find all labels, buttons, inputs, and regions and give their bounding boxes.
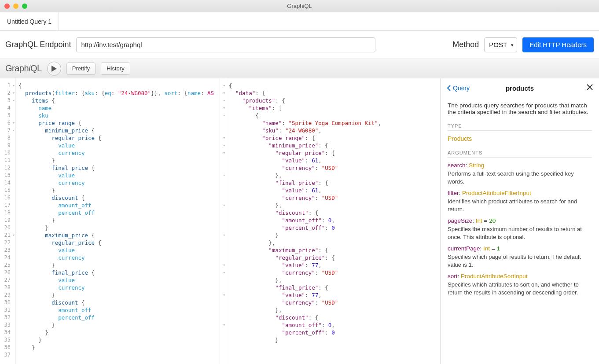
- argument-item: sort: ProductAttributeSortInputSpecifies…: [448, 273, 592, 296]
- window-controls: [4, 4, 27, 9]
- endpoint-input[interactable]: [76, 37, 375, 52]
- argument-default: 1: [496, 245, 500, 252]
- tabs-row: Untitled Query 1: [0, 12, 599, 31]
- argument-name[interactable]: sort: [448, 273, 458, 279]
- svg-marker-0: [51, 66, 57, 72]
- tab-label: Untitled Query 1: [7, 18, 51, 25]
- minimize-window-icon[interactable]: [13, 4, 18, 9]
- history-button[interactable]: History: [101, 63, 130, 75]
- docs-back-label: Query: [453, 85, 470, 92]
- argument-name[interactable]: pageSize: [448, 217, 472, 224]
- endpoint-label: GraphQL Endpoint: [5, 40, 71, 49]
- argument-description: Specifies which page of results to retur…: [448, 253, 592, 268]
- graphiql-logo: GraphiQL: [5, 63, 42, 74]
- argument-name[interactable]: search: [448, 162, 466, 169]
- graphiql-toolbar: GraphiQL Prettify History: [0, 59, 599, 78]
- prettify-button[interactable]: Prettify: [66, 63, 96, 75]
- type-link[interactable]: Products: [448, 135, 592, 142]
- docs-pane: Query products The products query search…: [441, 78, 599, 364]
- argument-item: filter: ProductAttributeFilterInputIdent…: [448, 190, 592, 213]
- argument-type[interactable]: String: [469, 162, 484, 169]
- argument-item: currentPage: Int = 1Specifies which page…: [448, 245, 592, 268]
- argument-item: pageSize: Int = 20Specifies the maximum …: [448, 217, 592, 241]
- argument-name[interactable]: currentPage: [448, 245, 480, 252]
- argument-description: Specifies the maximum number of results …: [448, 225, 592, 241]
- divider: [448, 157, 592, 158]
- response-viewer[interactable]: { "data": { "products": { "items": [ { "…: [226, 78, 440, 364]
- close-window-icon[interactable]: [4, 4, 10, 9]
- play-icon: [51, 66, 57, 72]
- type-section-label: TYPE: [448, 123, 592, 129]
- argument-type[interactable]: ProductAttributeSortInput: [461, 273, 528, 279]
- method-select[interactable]: POST: [484, 37, 517, 52]
- docs-header: Query products: [441, 78, 599, 98]
- docs-body: The products query searches for products…: [441, 98, 599, 300]
- argument-type[interactable]: Int: [483, 245, 490, 252]
- arguments-section-label: ARGUMENTS: [448, 150, 592, 155]
- argument-item: search: StringPerforms a full-text searc…: [448, 162, 592, 185]
- query-editor-pane: 1234567891011121314151617181920212223242…: [0, 78, 220, 364]
- argument-default: 20: [489, 217, 496, 224]
- close-icon: [587, 84, 593, 90]
- argument-type[interactable]: Int: [476, 217, 482, 224]
- divider: [448, 130, 592, 131]
- query-editor[interactable]: { products(filter: {sku: {eq: "24-WG080"…: [16, 78, 220, 364]
- argument-type[interactable]: ProductAttributeFilterInput: [462, 190, 531, 196]
- execute-query-button[interactable]: [47, 62, 61, 76]
- edit-http-headers-button[interactable]: Edit HTTP Headers: [522, 37, 594, 52]
- docs-back-button[interactable]: Query: [447, 85, 470, 92]
- docs-close-button[interactable]: [587, 84, 593, 92]
- titlebar: GraphiQL: [0, 0, 599, 12]
- argument-name[interactable]: filter: [448, 190, 459, 196]
- argument-description: Performs a full-text search using the sp…: [448, 170, 592, 185]
- line-gutter: 1234567891011121314151617181920212223242…: [0, 78, 16, 364]
- endpoint-row: GraphQL Endpoint Method POST Edit HTTP H…: [0, 31, 599, 59]
- tab-untitled-query[interactable]: Untitled Query 1: [0, 12, 59, 30]
- chevron-left-icon: [447, 85, 451, 91]
- zoom-window-icon[interactable]: [22, 4, 27, 9]
- argument-description: Specifies which attributes to sort on, a…: [448, 281, 592, 296]
- argument-description: Identifies which product attributes to s…: [448, 198, 592, 213]
- response-gutter: [220, 78, 226, 364]
- response-pane: { "data": { "products": { "items": [ { "…: [220, 78, 441, 364]
- docs-description: The products query searches for products…: [448, 102, 592, 115]
- window-title: GraphiQL: [0, 3, 599, 9]
- method-label: Method: [452, 40, 479, 49]
- panes: 1234567891011121314151617181920212223242…: [0, 78, 599, 364]
